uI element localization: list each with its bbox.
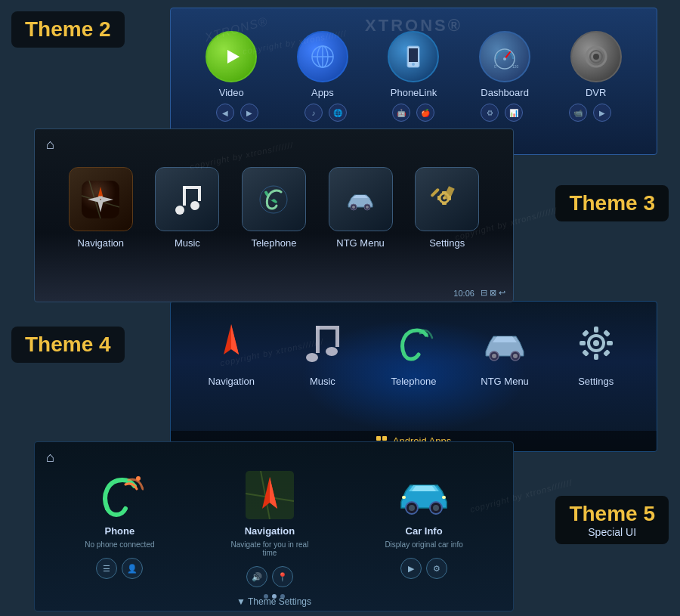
theme2-next-btn[interactable]: ▶ bbox=[240, 104, 258, 122]
theme5-nav-btn2[interactable]: 📍 bbox=[272, 566, 293, 587]
theme5-nav-item[interactable]: Navigation Navigate for you in real time… bbox=[224, 469, 315, 590]
theme5-phone-sublabel: No phone connected bbox=[85, 540, 154, 549]
theme2-dvr-btn2[interactable]: ▶ bbox=[593, 104, 611, 122]
svg-rect-54 bbox=[594, 354, 598, 360]
svg-rect-45 bbox=[316, 326, 335, 330]
svg-rect-39 bbox=[449, 196, 451, 200]
theme2-dvr-label: DVR bbox=[586, 87, 606, 98]
theme5-carinfo-sublabel: Display original car info bbox=[385, 540, 462, 549]
theme5-carinfo-btn2[interactable]: ⚙ bbox=[426, 558, 447, 579]
svg-rect-44 bbox=[316, 326, 320, 353]
svg-rect-37 bbox=[442, 203, 447, 205]
theme3-time: 10:06 bbox=[453, 289, 474, 298]
theme5-nav-icon bbox=[243, 469, 296, 522]
theme5-settings-bar[interactable]: ▼ Theme Settings bbox=[236, 596, 311, 607]
theme3-controls: ⊟ ⊠ ↩ bbox=[481, 288, 505, 298]
svg-point-49 bbox=[492, 354, 496, 358]
theme5-phone-btn1[interactable]: ☰ bbox=[96, 558, 117, 579]
theme2-dashboard-controls: ⚙ 📊 bbox=[481, 104, 523, 122]
theme3-settings-item[interactable]: Settings bbox=[415, 167, 479, 249]
theme2-android-btn[interactable]: 🤖 bbox=[392, 104, 410, 122]
theme4-settings-icon bbox=[570, 317, 623, 370]
theme5-nav-controls: 🔊 📍 bbox=[246, 564, 293, 590]
theme4-music-label: Music bbox=[310, 376, 335, 387]
theme2-watermark: XTRONS® bbox=[365, 16, 462, 36]
theme5-phone-btn2[interactable]: 👤 bbox=[122, 558, 143, 579]
theme2-video-item[interactable]: Video bbox=[206, 31, 257, 98]
theme5-phone-icon bbox=[93, 469, 146, 522]
theme2-apps-btn1[interactable]: ♪ bbox=[304, 104, 323, 122]
theme5-nav-btn1[interactable]: 🔊 bbox=[246, 566, 267, 587]
theme3-time-bar: 10:06 ⊟ ⊠ ↩ bbox=[453, 288, 505, 298]
svg-rect-72 bbox=[402, 496, 406, 499]
svg-rect-38 bbox=[437, 196, 440, 200]
theme5-label-box: Theme 5 Special UI bbox=[555, 496, 669, 544]
svg-rect-60 bbox=[603, 349, 610, 357]
theme2-dash-btn2[interactable]: 📊 bbox=[505, 104, 523, 122]
theme2-prev-btn[interactable]: ◀ bbox=[216, 104, 234, 122]
theme4-panel: Navigation Music bbox=[170, 301, 657, 452]
theme4-tel-label: Telephone bbox=[391, 376, 436, 387]
svg-point-61 bbox=[136, 476, 141, 481]
theme2-dvr-item[interactable]: DVR bbox=[570, 31, 622, 98]
theme3-settings-icon bbox=[415, 167, 479, 231]
theme5-carinfo-item[interactable]: Car Info Display original car info ▶ ⚙ bbox=[385, 469, 462, 581]
svg-rect-55 bbox=[580, 341, 586, 345]
theme5-title: Theme 5 bbox=[569, 502, 655, 526]
theme3-ntg-item[interactable]: NTG Menu bbox=[329, 167, 393, 249]
theme3-panel: ⌂ bbox=[34, 128, 514, 302]
theme2-sub-icons: ◀ ▶ ♪ 🌐 🤖 🍎 ⚙ 📊 📹 ▶ bbox=[171, 104, 657, 122]
theme2-dashboard-item[interactable]: 0 120 Dashboard bbox=[479, 31, 530, 98]
theme2-dashboard-icon: 0 120 bbox=[479, 31, 530, 82]
svg-rect-36 bbox=[442, 191, 447, 193]
theme2-phonelink-item[interactable]: PhoneLink bbox=[388, 31, 439, 98]
theme2-phonelink-label: PhoneLink bbox=[391, 87, 437, 98]
theme2-dashboard-label: Dashboard bbox=[481, 87, 529, 98]
theme5-home-btn[interactable]: ⌂ bbox=[46, 450, 54, 466]
theme2-dash-btn1[interactable]: ⚙ bbox=[481, 104, 499, 122]
svg-point-7 bbox=[412, 63, 415, 66]
svg-point-35 bbox=[443, 197, 446, 200]
theme4-tel-icon bbox=[387, 317, 440, 370]
svg-point-42 bbox=[306, 353, 318, 362]
theme3-home-btn[interactable]: ⌂ bbox=[46, 137, 54, 153]
theme3-title: Theme 3 bbox=[569, 191, 655, 215]
theme2-apps-item[interactable]: Apps bbox=[297, 31, 348, 98]
theme5-carinfo-btn1[interactable]: ▶ bbox=[400, 558, 422, 579]
svg-rect-16 bbox=[82, 181, 119, 218]
theme4-icons-row: Navigation Music bbox=[171, 302, 657, 391]
theme2-apps-btn2[interactable]: 🌐 bbox=[329, 104, 347, 122]
theme4-ntg-item[interactable]: NTG Menu bbox=[478, 317, 531, 387]
theme4-ntg-label: NTG Menu bbox=[481, 376, 529, 387]
theme4-tel-item[interactable]: Telephone bbox=[387, 317, 440, 387]
theme2-dvr-icon bbox=[570, 31, 622, 82]
theme4-settings-item[interactable]: Settings bbox=[570, 317, 623, 387]
svg-rect-58 bbox=[603, 330, 610, 337]
theme2-apple-btn[interactable]: 🍎 bbox=[416, 104, 434, 122]
theme3-nav-item[interactable]: Navigation bbox=[69, 167, 133, 249]
theme3-nav-label: Navigation bbox=[78, 237, 124, 249]
svg-marker-41 bbox=[231, 324, 239, 354]
theme2-phonelink-icon bbox=[388, 31, 439, 82]
theme2-dvr-btn1[interactable]: 📹 bbox=[569, 104, 587, 122]
theme3-music-label: Music bbox=[175, 237, 200, 249]
theme5-icons-row: Phone No phone connected ☰ 👤 Navi bbox=[35, 450, 513, 590]
theme2-label-box: Theme 2 bbox=[11, 11, 125, 48]
svg-rect-57 bbox=[582, 330, 589, 337]
theme4-music-icon bbox=[296, 317, 349, 370]
theme3-tel-item[interactable]: Telephone bbox=[242, 167, 306, 249]
svg-rect-6 bbox=[409, 48, 418, 62]
theme5-settings-label: ▼ Theme Settings bbox=[236, 596, 311, 607]
theme4-settings-label: Settings bbox=[578, 376, 614, 387]
theme4-nav-icon bbox=[205, 317, 258, 370]
svg-point-52 bbox=[593, 340, 599, 346]
theme3-music-item[interactable]: Music bbox=[155, 167, 219, 249]
svg-point-23 bbox=[175, 206, 184, 215]
theme3-icons-row: Navigation Music bbox=[35, 144, 513, 256]
svg-point-70 bbox=[433, 505, 439, 511]
theme4-music-item[interactable]: Music bbox=[296, 317, 349, 387]
svg-point-15 bbox=[593, 54, 599, 60]
theme5-phone-item[interactable]: Phone No phone connected ☰ 👤 bbox=[85, 469, 154, 581]
theme5-subtitle: Special UI bbox=[569, 526, 655, 538]
theme4-nav-item[interactable]: Navigation bbox=[205, 317, 258, 387]
